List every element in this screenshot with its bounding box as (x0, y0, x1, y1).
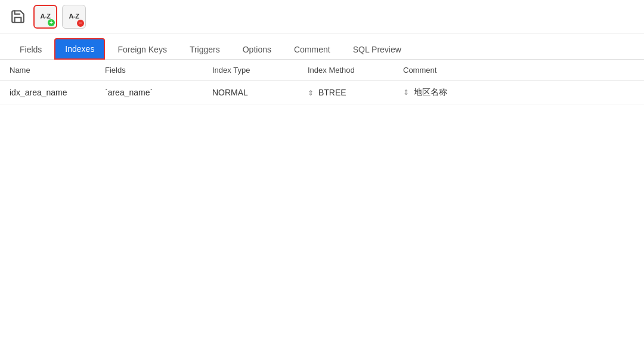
updown-icon: ⇕ (308, 89, 314, 97)
col-header-fields: Fields (95, 60, 203, 81)
tab-bar: Fields Indexes Foreign Keys Triggers Opt… (0, 33, 644, 60)
tab-comment[interactable]: Comment (284, 39, 340, 59)
cell-fields: `area_name` (95, 81, 203, 104)
tab-foreign-keys[interactable]: Foreign Keys (107, 39, 177, 59)
tab-indexes[interactable]: Indexes (54, 38, 105, 60)
comment-updown-icon: ⇕ (403, 88, 409, 97)
add-index-icon: A-Z (41, 13, 51, 20)
remove-index-button[interactable]: A-Z − (62, 5, 86, 29)
tab-triggers[interactable]: Triggers (179, 39, 230, 59)
add-badge-icon: + (48, 19, 55, 26)
tab-sql-preview[interactable]: SQL Preview (343, 39, 411, 59)
save-button[interactable] (7, 6, 29, 27)
remove-index-icon: A-Z (69, 13, 79, 20)
table-header-row: Name Fields Index Type Index Method Comm… (0, 60, 644, 81)
indexes-table-container: Name Fields Index Type Index Method Comm… (0, 60, 644, 335)
remove-badge-icon: − (77, 20, 84, 27)
cell-name: idx_area_name (0, 81, 95, 104)
table-row[interactable]: idx_area_name `area_name` NORMAL ⇕ BTREE… (0, 81, 644, 104)
tab-fields[interactable]: Fields (10, 39, 52, 59)
indexes-table: Name Fields Index Type Index Method Comm… (0, 60, 644, 104)
col-header-index-type: Index Type (203, 60, 298, 81)
toolbar: A-Z + A-Z − (0, 0, 644, 33)
col-header-comment: Comment (394, 60, 644, 81)
tab-options[interactable]: Options (233, 39, 281, 59)
col-header-index-method: Index Method (298, 60, 394, 81)
cell-index-type: NORMAL (203, 81, 298, 104)
cell-index-method: ⇕ BTREE (298, 81, 394, 104)
col-header-name: Name (0, 60, 95, 81)
cell-comment: ⇕ 地区名称 (394, 81, 644, 104)
add-index-button[interactable]: A-Z + (33, 5, 57, 29)
